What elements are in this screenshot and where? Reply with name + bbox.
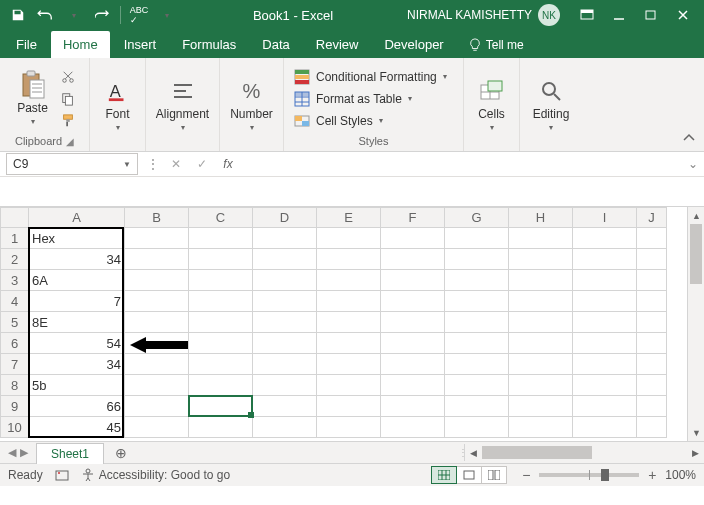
conditional-formatting-button[interactable]: Conditional Formatting ▾: [290, 67, 451, 87]
cell-styles-button[interactable]: Cell Styles ▾: [290, 111, 451, 131]
clipboard-dialog-launcher[interactable]: ◢: [66, 136, 74, 147]
select-all-corner[interactable]: [1, 208, 29, 228]
cell-D8[interactable]: [253, 375, 317, 396]
cell-G4[interactable]: [445, 291, 509, 312]
col-header-C[interactable]: C: [189, 208, 253, 228]
sheet-nav-next[interactable]: ▶: [20, 446, 28, 459]
spellcheck-button[interactable]: ABC✓: [127, 3, 151, 27]
cell-E4[interactable]: [317, 291, 381, 312]
formula-bar-extended[interactable]: [0, 176, 704, 206]
cell-C3[interactable]: [189, 270, 253, 291]
font-group-button[interactable]: A Font ▾: [98, 75, 138, 134]
cell-A3[interactable]: 6A: [29, 270, 125, 291]
cancel-formula-button[interactable]: ✕: [168, 156, 184, 172]
fx-resize-handle[interactable]: ⋮: [142, 157, 164, 171]
row-header-8[interactable]: 8: [1, 375, 29, 396]
col-header-I[interactable]: I: [573, 208, 637, 228]
tab-formulas[interactable]: Formulas: [170, 31, 248, 58]
maximize-button[interactable]: [636, 3, 666, 27]
cell-H6[interactable]: [509, 333, 573, 354]
cell-H10[interactable]: [509, 417, 573, 438]
cell-D4[interactable]: [253, 291, 317, 312]
normal-view-button[interactable]: [431, 466, 457, 484]
cell-E10[interactable]: [317, 417, 381, 438]
cell-B3[interactable]: [125, 270, 189, 291]
scroll-left-button[interactable]: ◀: [465, 444, 482, 461]
cell-E5[interactable]: [317, 312, 381, 333]
close-button[interactable]: [668, 3, 698, 27]
format-as-table-button[interactable]: Format as Table ▾: [290, 89, 451, 109]
cell-E1[interactable]: [317, 228, 381, 249]
tab-review[interactable]: Review: [304, 31, 371, 58]
cell-B7[interactable]: [125, 354, 189, 375]
cell-A8[interactable]: 5b: [29, 375, 125, 396]
macro-record-button[interactable]: [55, 468, 69, 482]
cell-C2[interactable]: [189, 249, 253, 270]
cell-C10[interactable]: [189, 417, 253, 438]
cell-F7[interactable]: [381, 354, 445, 375]
cell-F8[interactable]: [381, 375, 445, 396]
cell-I3[interactable]: [573, 270, 637, 291]
cell-J1[interactable]: [637, 228, 667, 249]
cell-F6[interactable]: [381, 333, 445, 354]
collapse-ribbon-button[interactable]: [682, 131, 696, 145]
cell-J6[interactable]: [637, 333, 667, 354]
cell-H3[interactable]: [509, 270, 573, 291]
cell-B10[interactable]: [125, 417, 189, 438]
cell-F4[interactable]: [381, 291, 445, 312]
cell-F2[interactable]: [381, 249, 445, 270]
alignment-group-button[interactable]: Alignment ▾: [150, 75, 215, 134]
cell-A2[interactable]: 34: [29, 249, 125, 270]
cell-I6[interactable]: [573, 333, 637, 354]
expand-formula-bar[interactable]: ⌄: [682, 157, 704, 171]
cell-D6[interactable]: [253, 333, 317, 354]
save-button[interactable]: [6, 3, 30, 27]
cell-B1[interactable]: [125, 228, 189, 249]
cell-J10[interactable]: [637, 417, 667, 438]
name-box[interactable]: C9 ▼: [6, 153, 138, 175]
cell-E2[interactable]: [317, 249, 381, 270]
cell-D5[interactable]: [253, 312, 317, 333]
cell-D9[interactable]: [253, 396, 317, 417]
cell-I1[interactable]: [573, 228, 637, 249]
col-header-A[interactable]: A: [29, 208, 125, 228]
cell-B4[interactable]: [125, 291, 189, 312]
insert-function-button[interactable]: fx: [220, 156, 236, 172]
cell-D3[interactable]: [253, 270, 317, 291]
user-avatar[interactable]: NK: [538, 4, 560, 26]
cell-B8[interactable]: [125, 375, 189, 396]
cell-J5[interactable]: [637, 312, 667, 333]
row-header-6[interactable]: 6: [1, 333, 29, 354]
cell-G10[interactable]: [445, 417, 509, 438]
tell-me[interactable]: Tell me: [458, 32, 534, 58]
undo-dropdown[interactable]: ▾: [62, 3, 86, 27]
cell-C7[interactable]: [189, 354, 253, 375]
hscroll-thumb[interactable]: [482, 446, 592, 459]
vscroll-thumb[interactable]: [690, 224, 702, 284]
cell-E6[interactable]: [317, 333, 381, 354]
cell-B2[interactable]: [125, 249, 189, 270]
zoom-level[interactable]: 100%: [665, 468, 696, 482]
tab-home[interactable]: Home: [51, 31, 110, 58]
cell-G9[interactable]: [445, 396, 509, 417]
cell-F5[interactable]: [381, 312, 445, 333]
cell-J2[interactable]: [637, 249, 667, 270]
zoom-slider[interactable]: [539, 473, 639, 477]
row-header-5[interactable]: 5: [1, 312, 29, 333]
cell-G6[interactable]: [445, 333, 509, 354]
cell-G8[interactable]: [445, 375, 509, 396]
cut-button[interactable]: [58, 67, 78, 87]
row-header-9[interactable]: 9: [1, 396, 29, 417]
cells-group-button[interactable]: Cells ▾: [472, 75, 512, 134]
cell-H4[interactable]: [509, 291, 573, 312]
tab-data[interactable]: Data: [250, 31, 301, 58]
cell-A5[interactable]: 8E: [29, 312, 125, 333]
cell-E7[interactable]: [317, 354, 381, 375]
page-break-view-button[interactable]: [481, 466, 507, 484]
zoom-slider-handle[interactable]: [601, 469, 609, 481]
col-header-D[interactable]: D: [253, 208, 317, 228]
cell-G1[interactable]: [445, 228, 509, 249]
cell-A7[interactable]: 34: [29, 354, 125, 375]
cell-G3[interactable]: [445, 270, 509, 291]
cell-A9[interactable]: 66: [29, 396, 125, 417]
